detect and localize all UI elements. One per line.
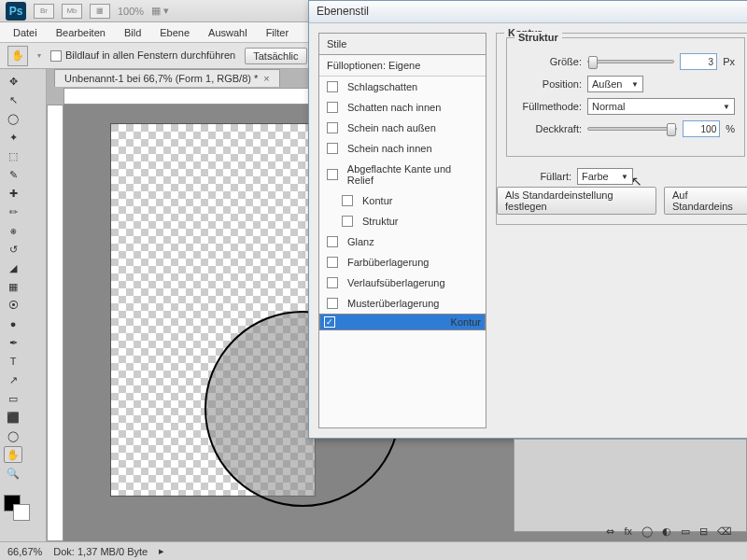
adjustment-icon[interactable]: ◐ — [662, 525, 671, 538]
status-arrow-icon[interactable]: ▸ — [159, 545, 164, 557]
style-settings: Kontur Struktur Größe: Px Position: Auße… — [496, 33, 747, 428]
style-satin[interactable]: Glanz — [319, 231, 486, 252]
status-zoom[interactable]: 66,67% — [7, 546, 42, 557]
chevron-down-icon: ▼ — [631, 80, 639, 89]
blend-options-header[interactable]: Fülloptionen: Eigene — [319, 55, 486, 77]
size-slider[interactable] — [587, 60, 674, 63]
tool-eraser[interactable]: ◢ — [4, 259, 22, 276]
size-unit: Px — [723, 56, 735, 67]
tool-move[interactable]: ✥ — [4, 73, 22, 90]
layer-style-dialog: Ebenenstil Stile Fülloptionen: Eigene Sc… — [308, 0, 747, 439]
menu-bearbeiten[interactable]: Bearbeiten — [49, 25, 113, 40]
tool-3drot[interactable]: ◯ — [4, 427, 22, 444]
position-label: Position: — [516, 78, 582, 90]
structure-group: Struktur Größe: Px Position: Außen▼ Füll… — [506, 37, 745, 157]
scroll-all-checkbox[interactable]: Bildlauf in allen Fenstern durchführen — [50, 49, 235, 62]
screenmode-button[interactable]: ▦ — [90, 4, 110, 19]
structure-legend: Struktur — [514, 32, 562, 43]
blendmode-label: Füllmethode: — [516, 101, 582, 112]
tool-lasso[interactable]: ◯ — [4, 110, 22, 127]
hand-tool-icon[interactable]: ✋ — [7, 46, 28, 66]
menu-bild[interactable]: Bild — [117, 25, 148, 40]
tool-brush[interactable]: ✏ — [4, 203, 22, 220]
tool-dodge[interactable]: ● — [4, 315, 22, 332]
style-gradient-overlay[interactable]: Verlaufsüberlagerung — [319, 273, 486, 293]
menu-auswahl[interactable]: Auswahl — [201, 25, 255, 40]
tool-3d[interactable]: ⬛ — [4, 409, 22, 426]
style-pattern-overlay[interactable]: Musterüberlagerung — [319, 293, 486, 314]
tool-marquee[interactable]: ↖ — [4, 91, 22, 108]
make-default-button[interactable]: Als Standardeinstellung festlegen — [497, 187, 656, 215]
stroke-section: Kontur Struktur Größe: Px Position: Auße… — [496, 33, 747, 225]
style-drop-shadow[interactable]: Schlagschatten — [319, 77, 486, 97]
style-outer-glow[interactable]: Schein nach außen — [319, 118, 486, 138]
background-swatch[interactable] — [13, 504, 30, 521]
style-inner-shadow[interactable]: Schatten nach innen — [319, 97, 486, 118]
style-list: Stile Fülloptionen: Eigene Schlagschatte… — [318, 33, 486, 428]
tool-type[interactable]: T — [4, 353, 22, 370]
canvas[interactable] — [110, 123, 316, 497]
size-input[interactable] — [680, 53, 717, 70]
ruler-vertical — [47, 105, 63, 541]
size-label: Größe: — [516, 56, 582, 67]
filltype-label: Füllart: — [506, 171, 571, 182]
minibridge-button[interactable]: Mb — [62, 4, 82, 19]
tool-history[interactable]: ↺ — [4, 241, 22, 258]
tool-hand[interactable]: ✋ — [4, 446, 22, 463]
reset-default-button[interactable]: Auf Standardeins — [664, 187, 747, 215]
tool-zoom[interactable]: 🔍 — [4, 465, 22, 482]
document-tab[interactable]: Unbenannt-1 bei 66,7% (Form 1, RGB/8) *× — [54, 69, 280, 87]
tool-heal[interactable]: ✚ — [4, 185, 22, 202]
mask-icon[interactable]: ◯ — [641, 525, 653, 538]
toolbox: ✥ ↖ ◯ ✦ ⬚ ✎ ✚ ✏ ⎈ ↺ ◢ ▦ ⦿ ● ✒ T ↗ ▭ ⬛ ◯ … — [0, 69, 47, 541]
style-inner-glow[interactable]: Schein nach innen — [319, 138, 486, 159]
opacity-input[interactable] — [683, 120, 720, 137]
tool-crop[interactable]: ⬚ — [4, 147, 22, 164]
folder-icon[interactable]: ▭ — [681, 525, 690, 538]
chevron-down-icon: ▼ — [723, 103, 730, 111]
tool-wand[interactable]: ✦ — [4, 129, 22, 146]
tool-path[interactable]: ↗ — [4, 371, 22, 388]
filltype-select[interactable]: Farbe▼ — [577, 168, 633, 185]
trash-icon[interactable]: ⌫ — [717, 525, 732, 538]
opacity-unit: % — [726, 123, 735, 134]
position-select[interactable]: Außen▼ — [587, 76, 643, 92]
new-layer-icon[interactable]: ⊟ — [699, 525, 708, 538]
tool-pen[interactable]: ✒ — [4, 334, 22, 351]
tool-eyedrop[interactable]: ✎ — [4, 166, 22, 183]
layer-panel-icons: ⇔ fx ◯ ◐ ▭ ⊟ ⌫ — [606, 525, 732, 538]
zoom-level[interactable]: 100% — [118, 6, 144, 17]
style-bevel-texture[interactable]: Struktur — [319, 211, 486, 231]
menu-datei[interactable]: Datei — [6, 25, 45, 40]
style-color-overlay[interactable]: Farbüberlagerung — [319, 252, 486, 273]
tool-blur[interactable]: ⦿ — [4, 297, 22, 314]
tool-stamp[interactable]: ⎈ — [4, 222, 22, 239]
blendmode-select[interactable]: Normal▼ — [587, 98, 735, 115]
styles-header[interactable]: Stile — [319, 34, 486, 55]
dialog-title: Ebenenstil — [309, 1, 747, 23]
tool-gradient[interactable]: ▦ — [4, 278, 22, 295]
arrange-icon[interactable]: ▦ ▾ — [151, 5, 169, 17]
statusbar: 66,67% Dok: 1,37 MB/0 Byte ▸ — [0, 541, 747, 560]
ps-logo: Ps — [6, 2, 26, 21]
tool-shape[interactable]: ▭ — [4, 390, 22, 407]
bridge-button[interactable]: Br — [34, 4, 54, 19]
opacity-slider[interactable] — [587, 127, 677, 131]
style-stroke[interactable]: Kontur — [319, 314, 486, 330]
close-tab-icon[interactable]: × — [263, 73, 269, 84]
menu-ebene[interactable]: Ebene — [152, 25, 197, 40]
opacity-label: Deckkraft: — [516, 123, 582, 134]
style-bevel-contour[interactable]: Kontur — [319, 190, 486, 211]
link-icon[interactable]: ⇔ — [606, 525, 614, 538]
panel-dock — [514, 439, 747, 532]
chevron-down-icon: ▼ — [621, 173, 628, 181]
actual-pixels-button[interactable]: Tatsächlic — [245, 48, 306, 64]
menu-filter[interactable]: Filter — [259, 25, 296, 40]
fx-icon[interactable]: fx — [624, 525, 632, 538]
status-docinfo[interactable]: Dok: 1,37 MB/0 Byte — [53, 546, 148, 557]
style-bevel-emboss[interactable]: Abgeflachte Kante und Relief — [319, 159, 486, 190]
